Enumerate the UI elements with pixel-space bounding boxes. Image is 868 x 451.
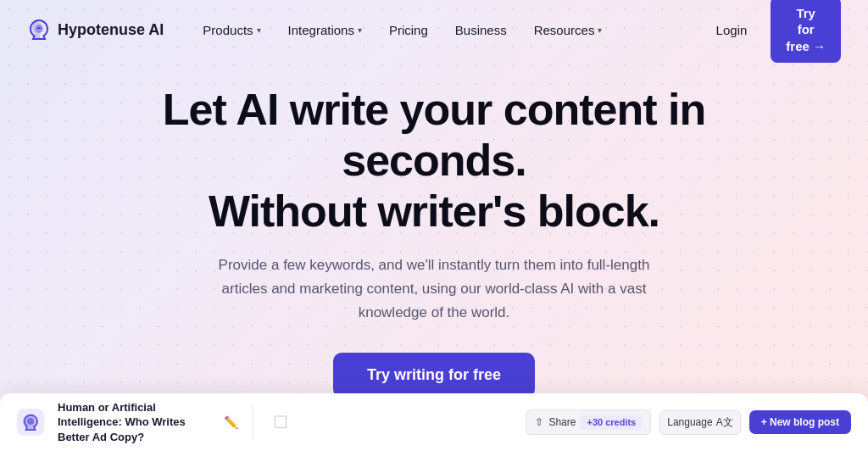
divider — [252, 405, 253, 439]
navbar: Hypotenuse AI Products ▾ Integrations ▾ … — [0, 0, 868, 59]
nav-item-business[interactable]: Business — [443, 16, 519, 44]
hero-cta-button[interactable]: Try writing for free — [333, 353, 535, 398]
chevron-down-icon: ▾ — [257, 25, 261, 35]
login-button[interactable]: Login — [703, 16, 761, 44]
language-button[interactable]: Language A文 — [659, 410, 740, 435]
preview-article-title: Human or Artificial Intelligence: Who Wr… — [58, 400, 210, 445]
preview-strip: Human or Artificial Intelligence: Who Wr… — [0, 393, 868, 451]
nav-item-resources[interactable]: Resources ▾ — [522, 16, 615, 44]
chevron-down-icon: ▾ — [598, 25, 602, 35]
translate-icon: A文 — [716, 415, 733, 430]
share-button[interactable]: ⇧ Share +30 credits — [526, 409, 651, 435]
brand-name: Hypotenuse AI — [58, 21, 164, 39]
nav-links: Products ▾ Integrations ▾ Pricing Busine… — [191, 16, 702, 44]
nav-item-pricing[interactable]: Pricing — [377, 16, 440, 44]
document-icon: ☐ — [273, 412, 288, 432]
svg-point-2 — [27, 418, 34, 425]
hero-title: Let AI write your content in seconds. Wi… — [70, 85, 798, 237]
credits-badge: +30 credits — [581, 415, 642, 430]
nav-item-integrations[interactable]: Integrations ▾ — [276, 16, 374, 44]
hero-section: Let AI write your content in seconds. Wi… — [0, 59, 868, 415]
preview-logo-icon — [17, 409, 44, 436]
logo[interactable]: Hypotenuse AI — [27, 18, 164, 42]
share-icon: ⇧ — [535, 416, 543, 428]
new-blog-post-button[interactable]: + New blog post — [749, 410, 851, 434]
hero-subtitle: Provide a few keywords, and we'll instan… — [197, 253, 671, 325]
edit-icon[interactable]: ✏️ — [224, 415, 238, 429]
nav-try-free-button[interactable]: Tryforfree → — [771, 0, 841, 63]
preview-actions: ⇧ Share +30 credits Language A文 + New bl… — [526, 409, 851, 435]
chevron-down-icon: ▾ — [358, 25, 362, 35]
nav-item-products[interactable]: Products ▾ — [191, 16, 272, 44]
